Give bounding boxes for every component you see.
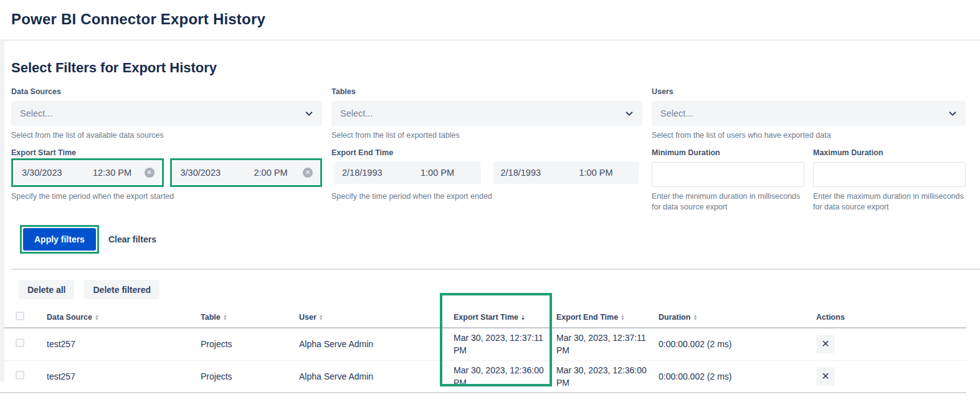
filters-section: Select Filters for Export History Data S…: [0, 60, 980, 254]
export-start-from-date[interactable]: 3/30/2023: [22, 168, 80, 178]
max-duration-filter: Maximum Duration Enter the maximum durat…: [813, 148, 966, 213]
cell-export-end: Mar 30, 2023, 12:37:11 PM: [556, 328, 659, 360]
cell-export-end: Mar 30, 2023, 12:36:00 PM: [556, 360, 659, 393]
export-start-label: Export Start Time: [11, 148, 322, 158]
cell-table: Projects: [201, 328, 299, 360]
max-duration-input[interactable]: [813, 162, 966, 187]
clear-icon[interactable]: ✕: [303, 168, 313, 178]
apply-filters-highlight: Apply filters: [20, 225, 99, 254]
min-duration-input[interactable]: [652, 162, 804, 187]
delete-toolbar: Delete all Delete filtered: [19, 280, 980, 299]
min-duration-helper: Enter the minimum duration in millisecon…: [652, 191, 804, 213]
users-select[interactable]: Select...: [652, 101, 966, 126]
data-sources-helper: Select from the list of available data s…: [11, 130, 322, 140]
clear-icon[interactable]: ✕: [145, 168, 155, 178]
tables-helper: Select from the list of exported tables: [331, 130, 642, 140]
page-edge-strip: [0, 41, 4, 381]
apply-filters-button[interactable]: Apply filters: [23, 228, 96, 251]
users-filter: Users Select... Select from the list of …: [652, 87, 966, 140]
table-header-row: Data Source▲▼ Table▲▼ User▲▼ Export Star…: [0, 307, 966, 328]
export-start-helper: Specify the time period when the export …: [11, 191, 322, 201]
delete-filtered-button[interactable]: Delete filtered: [84, 280, 159, 299]
export-end-from-date[interactable]: 2/18/1993: [342, 168, 401, 178]
cell-data-source: test257: [47, 328, 201, 360]
data-sources-filter: Data Sources Select... Select from the l…: [11, 87, 322, 140]
export-end-filter: Export End Time 2/18/1993 1:00 PM 2/18/1…: [331, 148, 642, 213]
chevron-down-icon: [625, 109, 634, 118]
delete-row-button[interactable]: ✕: [816, 367, 835, 386]
min-duration-filter: Minimum Duration Enter the minimum durat…: [652, 148, 804, 213]
row-checkbox[interactable]: [16, 371, 24, 380]
column-header-actions: Actions: [816, 307, 966, 328]
filter-actions: Apply filters Clear filters: [20, 225, 966, 254]
sort-icon: ▲▼: [621, 314, 625, 320]
export-start-to-input[interactable]: 3/30/2023 2:00 PM ✕: [173, 161, 320, 184]
export-end-from-time[interactable]: 1:00 PM: [401, 168, 475, 178]
filter-row-dropdowns: Data Sources Select... Select from the l…: [11, 87, 966, 140]
data-sources-label: Data Sources: [11, 87, 322, 97]
cell-user: Alpha Serve Admin: [299, 360, 454, 393]
cell-export-start: Mar 30, 2023, 12:37:11 PM: [454, 328, 556, 360]
export-end-label: Export End Time: [331, 148, 642, 158]
export-end-from-input[interactable]: 2/18/1993 1:00 PM: [335, 161, 481, 184]
column-header-duration[interactable]: Duration▲▼: [659, 307, 816, 328]
export-end-helper: Specify the time period when the export …: [331, 191, 642, 201]
select-all-checkbox[interactable]: [16, 312, 24, 320]
tables-placeholder: Select...: [340, 108, 625, 118]
export-end-to-time[interactable]: 1:00 PM: [559, 168, 633, 178]
sort-icon: ▲▼: [693, 314, 697, 320]
sort-icon: ▲▼: [95, 314, 99, 320]
cell-table: Projects: [201, 360, 299, 393]
page-title: Power BI Connector Export History: [11, 11, 980, 28]
table-row: test257 Projects Alpha Serve Admin Mar 3…: [0, 360, 966, 393]
column-header-table[interactable]: Table▲▼: [201, 307, 299, 328]
duration-filters: Minimum Duration Enter the minimum durat…: [652, 148, 966, 213]
export-end-to-date[interactable]: 2/18/1993: [501, 168, 559, 178]
sort-icon: ▲▼: [223, 314, 227, 320]
column-header-user[interactable]: User▲▼: [299, 307, 454, 328]
export-start-to-date[interactable]: 3/30/2023: [181, 168, 239, 178]
chevron-down-icon: [948, 109, 957, 118]
cell-duration: 0:00:00.002 (2 ms): [659, 360, 816, 393]
cell-user: Alpha Serve Admin: [299, 328, 454, 360]
page-header: Power BI Connector Export History: [0, 0, 980, 39]
row-checkbox[interactable]: [16, 338, 24, 347]
export-end-to-wrap: 2/18/1993 1:00 PM: [490, 158, 643, 187]
column-header-data-source[interactable]: Data Source▲▼: [47, 307, 201, 328]
clear-filters-link[interactable]: Clear filters: [108, 234, 156, 244]
export-start-to-highlight: 3/30/2023 2:00 PM ✕: [170, 158, 323, 187]
column-header-export-end-time[interactable]: Export End Time▲▼: [556, 307, 659, 328]
max-duration-helper: Enter the maximum duration in millisecon…: [813, 191, 966, 213]
max-duration-label: Maximum Duration: [813, 148, 966, 158]
export-start-from-time[interactable]: 12:30 PM: [80, 168, 145, 178]
export-end-from-wrap: 2/18/1993 1:00 PM: [331, 158, 484, 187]
cell-export-start: Mar 30, 2023, 12:36:00 PM: [454, 360, 556, 393]
export-history-page: Power BI Connector Export History Select…: [0, 0, 980, 407]
tables-filter: Tables Select... Select from the list of…: [331, 87, 642, 140]
tables-label: Tables: [331, 87, 642, 97]
chevron-down-icon: [305, 109, 313, 118]
users-placeholder: Select...: [660, 108, 948, 118]
filters-heading: Select Filters for Export History: [11, 60, 966, 76]
users-label: Users: [652, 87, 966, 97]
data-sources-placeholder: Select...: [20, 108, 305, 118]
export-start-filter: Export Start Time 3/30/2023 12:30 PM ✕ 3…: [11, 148, 322, 213]
sort-desc-icon: ▲▼: [521, 314, 525, 320]
cell-data-source: test257: [47, 360, 201, 393]
export-start-to-time[interactable]: 2:00 PM: [239, 168, 303, 178]
filter-row-times: Export Start Time 3/30/2023 12:30 PM ✕ 3…: [11, 148, 966, 213]
data-sources-select[interactable]: Select...: [11, 101, 322, 126]
table-row: test257 Projects Alpha Serve Admin Mar 3…: [0, 328, 966, 360]
tables-select[interactable]: Select...: [331, 101, 642, 126]
delete-all-button[interactable]: Delete all: [19, 280, 74, 299]
delete-row-button[interactable]: ✕: [816, 335, 835, 353]
export-end-to-input[interactable]: 2/18/1993 1:00 PM: [493, 161, 640, 184]
header-divider: [0, 39, 980, 41]
export-start-from-input[interactable]: 3/30/2023 12:30 PM ✕: [14, 161, 161, 184]
section-divider: [11, 269, 980, 270]
export-start-from-highlight: 3/30/2023 12:30 PM ✕: [11, 158, 164, 187]
sort-icon: ▲▼: [319, 314, 323, 320]
min-duration-label: Minimum Duration: [652, 148, 804, 158]
export-history-table: Data Source▲▼ Table▲▼ User▲▼ Export Star…: [0, 307, 966, 393]
column-header-export-start-time[interactable]: Export Start Time▲▼: [454, 307, 556, 328]
